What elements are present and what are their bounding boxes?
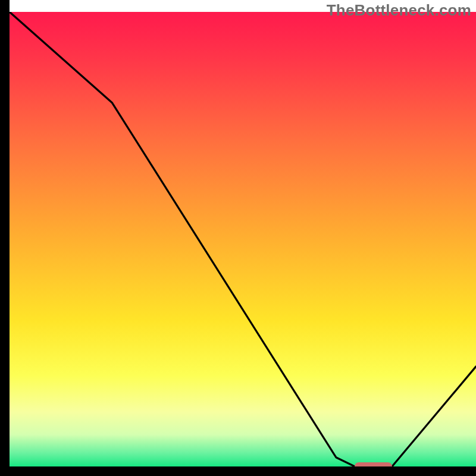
bottleneck-chart: TheBottleneck.com [0,0,476,476]
bottleneck-curve [10,12,476,466]
y-axis [0,0,10,476]
plot-area [10,12,476,466]
optimal-range-marker [355,462,392,466]
x-axis [0,466,476,476]
watermark-text: TheBottleneck.com [327,1,471,20]
